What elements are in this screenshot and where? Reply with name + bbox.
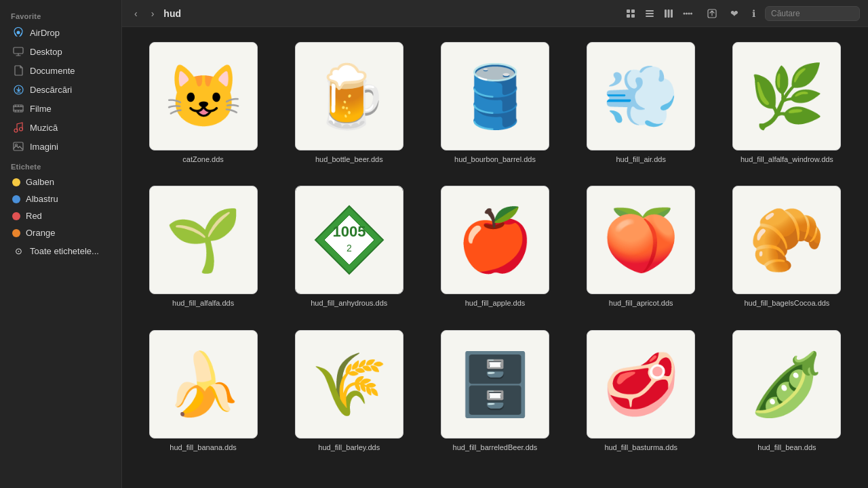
file-name: hud_fill_air.dds [616,155,666,164]
sidebar-item-documente[interactable]: Documente [4,62,117,79]
svg-point-18 [686,12,688,14]
file-item[interactable]: 🍺 hud_bottle_beer.dds [281,38,416,168]
tag-color-dot [12,195,20,203]
file-name: hud_fill_apple.dds [465,298,526,308]
svg-rect-12 [646,13,654,14]
tags-section-label: Etichete [0,156,121,174]
file-item[interactable]: 🫛 hud_fill_bean.dds [719,326,854,456]
icon-view-button[interactable] [622,6,639,21]
sidebar-item-orange[interactable]: Orange [4,225,117,241]
svg-rect-7 [627,9,630,13]
file-name: hud_fill_barreledBeer.dds [453,443,538,452]
file-thumbnail: 🍺 [295,42,403,150]
svg-rect-9 [627,14,630,18]
sidebar: Favorite AirDrop Desktop D [0,0,122,488]
favorite-button[interactable]: ❤ [726,5,743,22]
svg-point-17 [684,12,686,14]
sidebar-item-albastru[interactable]: Albastru [4,191,117,207]
file-item[interactable]: 🛢️ hud_bourbon_barrel.dds [427,38,562,168]
file-thumbnail: 🌿 [732,42,841,150]
sidebar-item-galben[interactable]: Galben [4,174,117,190]
file-name: hud_bottle_beer.dds [315,155,383,164]
sidebar-item-red[interactable]: Red [4,208,117,224]
file-item[interactable]: 🍎 hud_fill_apple.dds [427,182,562,312]
file-item[interactable]: 🌿 hud_fill_alfalfa_windrow.dds [719,38,854,168]
file-thumbnail: 🗄️ [441,330,549,439]
sidebar-item-filme[interactable]: Filme [4,100,117,117]
file-thumbnail: 🥐 [732,186,841,294]
tag-color-dot [12,212,20,220]
file-item[interactable]: 🍌 hud_fill_banana.dds [136,326,271,456]
file-thumbnail: 1005 2 [295,186,403,294]
file-name: hud_bourbon_barrel.dds [454,155,536,164]
file-item[interactable]: 🍑 hud_fill_apricot.dds [574,182,709,312]
file-item[interactable]: 🥩 hud_fill_basturma.dds [574,326,709,456]
file-item[interactable]: 💨 hud_fill_air.dds [574,38,709,168]
sidebar-item-toate-etichetele[interactable]: ⊙ Toate etichetele... [4,242,117,260]
file-thumbnail: 🌾 [295,330,403,439]
sidebar-item-label: Desktop [30,47,62,57]
file-item[interactable]: 🌱 hud_fill_alfalfa.dds [136,182,271,312]
file-thumbnail: 🍌 [149,330,258,439]
forward-button[interactable]: › [147,5,159,22]
sidebar-item-descarcari[interactable]: Descărcări [4,81,117,98]
sidebar-item-desktop[interactable]: Desktop [4,43,117,60]
download-icon [12,83,24,96]
file-name: hud_fill_basturma.dds [604,443,677,452]
sidebar-item-label: Galben [26,177,54,187]
sidebar-item-label: Descărcări [30,85,72,95]
sidebar-item-label: Documente [30,66,75,76]
svg-rect-15 [668,9,670,18]
file-item[interactable]: 😺 catZone.dds [136,38,271,168]
page-title: hud [163,8,181,19]
file-thumbnail: 🌱 [149,186,258,294]
column-view-button[interactable] [660,6,677,21]
file-grid-area: 😺 catZone.dds 🍺 hud_bottle_beer.dds 🛢️ h… [122,27,868,488]
sidebar-item-muzica[interactable]: Muzică [4,119,117,136]
file-item[interactable]: 🌾 hud_fill_barley.dds [281,326,416,456]
file-name: hud_fill_bagelsCocoa.dds [744,298,829,308]
view-controls [622,6,698,21]
sidebar-item-label: Toate etichetele... [30,246,99,256]
search-input[interactable] [765,6,860,21]
sidebar-item-label: Muzică [30,123,58,133]
file-thumbnail: 🛢️ [441,42,549,150]
file-name: hud_fill_bean.dds [757,443,816,452]
back-button[interactable]: ‹ [130,5,142,22]
list-view-button[interactable] [641,6,658,21]
sidebar-item-airdrop[interactable]: AirDrop [4,24,117,41]
file-name: hud_fill_banana.dds [170,443,236,452]
gallery-view-button[interactable] [679,6,698,21]
svg-rect-8 [631,9,635,13]
file-name: hud_fill_anhydrous.dds [311,298,387,308]
file-thumbnail: 😺 [149,42,258,150]
file-name: hud_fill_apricot.dds [609,298,673,308]
music-icon [12,121,24,134]
sidebar-item-imagini[interactable]: Imagini [4,138,117,155]
file-thumbnail: 💨 [587,42,695,150]
svg-rect-10 [631,14,635,18]
file-item[interactable]: 🗄️ hud_fill_barreledBeer.dds [427,326,562,456]
file-item[interactable]: 1005 2 hud_fill_anhydrous.dds [281,182,416,312]
svg-rect-14 [665,9,667,18]
sidebar-item-label: Filme [30,104,52,114]
file-item[interactable]: 🥐 hud_fill_bagelsCocoa.dds [719,182,854,312]
file-thumbnail: 🍑 [587,186,695,294]
info-button[interactable]: ℹ [748,5,760,22]
share-button[interactable] [703,6,721,21]
svg-rect-13 [646,16,654,17]
file-name: hud_fill_alfalfa.dds [172,298,234,308]
file-thumbnail: 🥩 [587,330,695,439]
svg-rect-16 [671,9,673,18]
file-grid: 😺 catZone.dds 🍺 hud_bottle_beer.dds 🛢️ h… [136,38,854,456]
file-thumbnail: 🍎 [441,186,549,294]
airdrop-icon [12,26,24,39]
tag-color-dot [12,229,20,237]
sidebar-item-label: Albastru [26,194,58,204]
file-name: hud_fill_alfalfa_windrow.dds [741,155,833,164]
file-thumbnail: 🫛 [732,330,841,439]
svg-rect-5 [14,142,23,150]
svg-rect-11 [646,10,654,12]
file-name: catZone.dds [182,155,224,164]
sidebar-item-label: AirDrop [30,28,60,38]
